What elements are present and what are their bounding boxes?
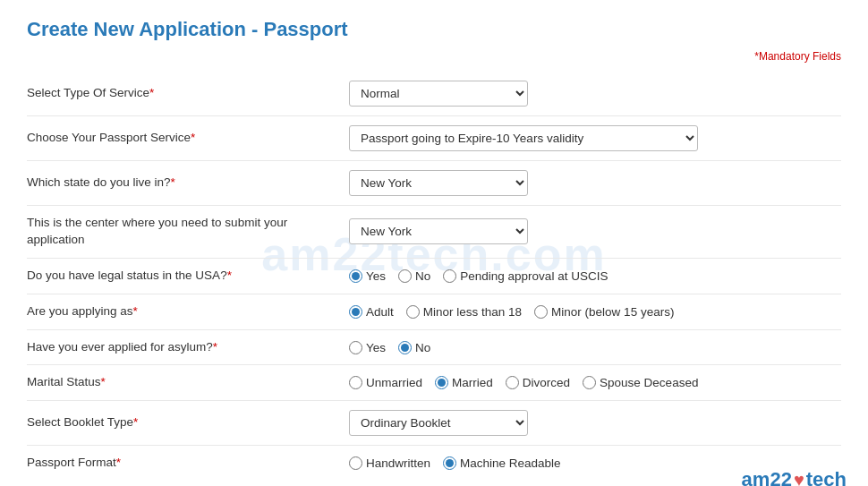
select-state[interactable]: New YorkCaliforniaTexas bbox=[349, 170, 528, 196]
label-legal_status: Do you have legal status in the USA?* bbox=[27, 268, 349, 285]
required-star-marital_status: * bbox=[101, 375, 106, 388]
radio-label-passport_format-machine_readable: Machine Readable bbox=[460, 456, 561, 470]
radio-input-legal_status-no[interactable] bbox=[398, 269, 412, 283]
radio-item-legal_status-pending[interactable]: Pending approval at USCIS bbox=[443, 269, 608, 283]
radio-item-applying_as-minor15[interactable]: Minor (below 15 years) bbox=[534, 305, 674, 319]
radio-input-applying_as-minor15[interactable] bbox=[534, 305, 548, 319]
select-passport_service[interactable]: Passport going to Expire-10 Years validi… bbox=[349, 125, 698, 151]
form-row-legal_status: Do you have legal status in the USA?*Yes… bbox=[27, 259, 841, 294]
form-row-state: Which state do you live in?*New YorkCali… bbox=[27, 161, 841, 206]
control-legal_status: YesNoPending approval at USCIS bbox=[349, 269, 841, 283]
label-center: This is the center where you need to sub… bbox=[27, 215, 349, 249]
select-booklet_type[interactable]: Ordinary BookletOfficial Booklet bbox=[349, 410, 528, 436]
logo-text-after: tech bbox=[806, 468, 847, 486]
radio-item-applying_as-adult[interactable]: Adult bbox=[349, 305, 394, 319]
required-star-state: * bbox=[171, 175, 175, 189]
label-marital_status: Marital Status* bbox=[27, 374, 349, 391]
control-booklet_type: Ordinary BookletOfficial Booklet bbox=[349, 410, 841, 436]
radio-input-applying_as-adult[interactable] bbox=[349, 305, 362, 319]
select-center[interactable]: New YorkLos AngelesChicago bbox=[349, 218, 528, 244]
radio-item-marital_status-married[interactable]: Married bbox=[435, 376, 493, 389]
radio-label-marital_status-unmarried: Unmarried bbox=[366, 376, 422, 389]
form-row-asylum: Have you ever applied for asylum?*YesNo bbox=[27, 330, 841, 366]
radio-item-legal_status-yes[interactable]: Yes bbox=[349, 269, 386, 283]
radio-label-applying_as-adult: Adult bbox=[366, 305, 394, 319]
form-row-passport_format: Passport Format*HandwrittenMachine Reada… bbox=[27, 446, 841, 481]
control-applying_as: AdultMinor less than 18Minor (below 15 y… bbox=[349, 305, 841, 319]
form-row-marital_status: Marital Status*UnmarriedMarriedDivorcedS… bbox=[27, 365, 841, 401]
radio-input-marital_status-unmarried[interactable] bbox=[349, 376, 362, 389]
radio-item-asylum-no[interactable]: No bbox=[398, 341, 430, 354]
control-passport_service: Passport going to Expire-10 Years validi… bbox=[349, 125, 841, 151]
radio-input-marital_status-spouse_deceased[interactable] bbox=[583, 376, 596, 389]
radio-input-applying_as-minor18[interactable] bbox=[406, 305, 420, 319]
label-passport_service: Choose Your Passport Service* bbox=[27, 130, 349, 147]
control-state: New YorkCaliforniaTexas bbox=[349, 170, 841, 196]
am22tech-logo: am22 ♥ tech bbox=[742, 468, 847, 486]
control-asylum: YesNo bbox=[349, 341, 841, 354]
radio-label-passport_format-handwritten: Handwritten bbox=[366, 456, 430, 470]
required-star-asylum: * bbox=[213, 340, 217, 354]
radio-item-marital_status-unmarried[interactable]: Unmarried bbox=[349, 376, 422, 389]
radio-input-marital_status-divorced[interactable] bbox=[506, 376, 519, 389]
label-service_type: Select Type Of Service* bbox=[27, 85, 349, 102]
label-state: Which state do you live in?* bbox=[27, 175, 349, 192]
radio-group-marital_status: UnmarriedMarriedDivorcedSpouse Deceased bbox=[349, 376, 698, 389]
required-star-service_type: * bbox=[149, 86, 154, 99]
radio-label-marital_status-married: Married bbox=[452, 376, 493, 389]
radio-item-asylum-yes[interactable]: Yes bbox=[349, 341, 386, 354]
mandatory-note: *Mandatory Fields bbox=[27, 50, 841, 63]
radio-item-marital_status-spouse_deceased[interactable]: Spouse Deceased bbox=[583, 376, 698, 389]
application-form: Select Type Of Service*NormalUrgentChoos… bbox=[27, 72, 841, 481]
control-center: New YorkLos AngelesChicago bbox=[349, 218, 841, 244]
form-row-service_type: Select Type Of Service*NormalUrgent bbox=[27, 72, 841, 116]
radio-label-legal_status-yes: Yes bbox=[366, 269, 386, 283]
required-star-legal_status: * bbox=[227, 269, 232, 282]
control-service_type: NormalUrgent bbox=[349, 81, 841, 107]
radio-input-passport_format-handwritten[interactable] bbox=[349, 456, 362, 470]
radio-input-legal_status-yes[interactable] bbox=[349, 269, 362, 283]
radio-input-legal_status-pending[interactable] bbox=[443, 269, 456, 283]
radio-item-marital_status-divorced[interactable]: Divorced bbox=[506, 376, 570, 389]
required-star-booklet_type: * bbox=[133, 415, 138, 429]
radio-input-asylum-no[interactable] bbox=[398, 341, 412, 354]
control-marital_status: UnmarriedMarriedDivorcedSpouse Deceased bbox=[349, 376, 841, 389]
label-passport_format: Passport Format* bbox=[27, 455, 349, 472]
radio-label-asylum-no: No bbox=[415, 341, 430, 354]
radio-item-legal_status-no[interactable]: No bbox=[398, 269, 430, 283]
required-star-passport_format: * bbox=[116, 456, 121, 469]
required-star-applying_as: * bbox=[133, 304, 138, 318]
radio-input-marital_status-married[interactable] bbox=[435, 376, 448, 389]
label-booklet_type: Select Booklet Type* bbox=[27, 414, 349, 431]
label-applying_as: Are you applying as* bbox=[27, 303, 349, 320]
radio-item-applying_as-minor18[interactable]: Minor less than 18 bbox=[406, 305, 522, 319]
radio-label-asylum-yes: Yes bbox=[366, 341, 386, 354]
radio-label-applying_as-minor15: Minor (below 15 years) bbox=[551, 305, 674, 319]
radio-label-legal_status-pending: Pending approval at USCIS bbox=[460, 269, 608, 283]
form-row-applying_as: Are you applying as*AdultMinor less than… bbox=[27, 294, 841, 330]
radio-input-asylum-yes[interactable] bbox=[349, 341, 362, 354]
radio-group-asylum: YesNo bbox=[349, 341, 430, 354]
required-star-passport_service: * bbox=[191, 131, 195, 144]
form-row-passport_service: Choose Your Passport Service*Passport go… bbox=[27, 116, 841, 161]
radio-label-marital_status-spouse_deceased: Spouse Deceased bbox=[600, 376, 698, 389]
page-title: Create New Application - Passport bbox=[27, 18, 841, 41]
radio-group-passport_format: HandwrittenMachine Readable bbox=[349, 456, 561, 470]
logo-heart: ♥ bbox=[794, 470, 804, 486]
radio-group-applying_as: AdultMinor less than 18Minor (below 15 y… bbox=[349, 305, 674, 319]
radio-label-applying_as-minor18: Minor less than 18 bbox=[423, 305, 522, 319]
radio-item-passport_format-handwritten[interactable]: Handwritten bbox=[349, 456, 430, 470]
radio-item-passport_format-machine_readable[interactable]: Machine Readable bbox=[443, 456, 561, 470]
select-service_type[interactable]: NormalUrgent bbox=[349, 81, 528, 107]
form-row-booklet_type: Select Booklet Type*Ordinary BookletOffi… bbox=[27, 401, 841, 446]
label-asylum: Have you ever applied for asylum?* bbox=[27, 339, 349, 356]
logo-text-before: am22 bbox=[742, 468, 792, 486]
radio-label-legal_status-no: No bbox=[415, 269, 430, 283]
radio-label-marital_status-divorced: Divorced bbox=[523, 376, 570, 389]
form-row-center: This is the center where you need to sub… bbox=[27, 206, 841, 259]
radio-input-passport_format-machine_readable[interactable] bbox=[443, 456, 456, 470]
radio-group-legal_status: YesNoPending approval at USCIS bbox=[349, 269, 608, 283]
